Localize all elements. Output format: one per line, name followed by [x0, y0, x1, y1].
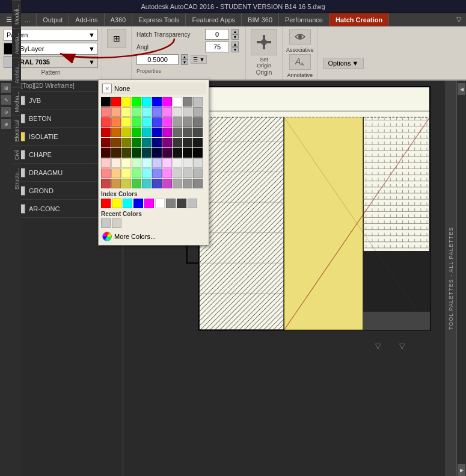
color-cell[interactable]	[162, 158, 172, 168]
scale-up[interactable]: ▲	[181, 54, 188, 60]
color-cell[interactable]	[162, 168, 172, 178]
tab-output[interactable]: Output	[37, 13, 69, 26]
side-tab-5[interactable]: Civil	[12, 146, 21, 164]
color-cell[interactable]	[152, 97, 162, 107]
transparency-up[interactable]: ▲	[231, 29, 239, 34]
sidebar-icon-2[interactable]: ✎	[1, 95, 11, 105]
minimize-icon[interactable]: ▽	[456, 16, 461, 23]
side-tab-2[interactable]: Archite...	[12, 58, 21, 87]
color-cell[interactable]	[152, 117, 162, 127]
set-origin-btn[interactable]	[251, 29, 277, 55]
bylayer-dropdown[interactable]: ByLayer ▼	[17, 43, 98, 55]
tab-hatchcreation[interactable]: Hatch Creation	[330, 13, 389, 26]
color-cell[interactable]	[152, 107, 162, 117]
color-cell[interactable]	[173, 168, 182, 178]
color-cell[interactable]	[111, 107, 121, 117]
angle-input[interactable]	[205, 42, 229, 52]
ral-dropdown[interactable]: RAL 7035 ▼	[17, 56, 98, 68]
index-color-cell[interactable]	[101, 199, 111, 208]
color-cell[interactable]	[111, 158, 121, 168]
color-cell[interactable]	[162, 148, 172, 158]
color-cell[interactable]	[101, 107, 111, 117]
index-color-cell[interactable]	[144, 199, 154, 208]
color-cell[interactable]	[162, 179, 172, 188]
index-color-cell[interactable]	[177, 199, 186, 208]
color-cell[interactable]	[121, 107, 131, 117]
transparency-input[interactable]	[205, 29, 229, 40]
color-cell[interactable]	[121, 117, 131, 127]
color-cell[interactable]	[101, 168, 111, 178]
tab-expresstools[interactable]: Express Tools	[132, 13, 186, 26]
color-cell[interactable]	[101, 148, 111, 158]
color-cell[interactable]	[162, 138, 172, 147]
index-color-cell[interactable]	[133, 199, 143, 208]
color-cell[interactable]	[101, 158, 111, 168]
more-colors-row[interactable]: More Colors...	[101, 230, 206, 243]
none-option[interactable]: ✕ None	[101, 82, 206, 94]
color-cell[interactable]	[162, 117, 172, 127]
index-color-cell[interactable]	[123, 199, 132, 208]
color-cell[interactable]	[173, 138, 182, 147]
color-cell[interactable]	[173, 128, 182, 137]
color-cell[interactable]	[101, 138, 111, 147]
color-cell[interactable]	[152, 128, 162, 137]
color-cell[interactable]	[183, 107, 192, 117]
color-cell[interactable]	[193, 148, 203, 158]
color-cell[interactable]	[101, 117, 111, 127]
color-cell[interactable]	[142, 97, 152, 107]
color-cell[interactable]	[183, 179, 192, 188]
color-cell[interactable]	[183, 128, 192, 137]
color-cell[interactable]	[101, 97, 111, 107]
color-cell[interactable]	[121, 148, 131, 158]
side-tab-6[interactable]: Structu...	[12, 164, 21, 193]
color-cell[interactable]	[162, 128, 172, 137]
color-cell[interactable]	[132, 158, 141, 168]
sidebar-icon-1[interactable]: ⊞	[1, 83, 11, 93]
color-cell[interactable]	[193, 97, 203, 107]
color-cell[interactable]	[111, 179, 121, 188]
color-cell[interactable]	[193, 128, 203, 137]
color-cell[interactable]	[193, 107, 203, 117]
color-cell[interactable]	[111, 148, 121, 158]
index-color-cell[interactable]	[155, 199, 165, 208]
side-tab-4[interactable]: Electrical	[12, 116, 21, 146]
color-cell[interactable]	[132, 128, 141, 137]
side-tab-3[interactable]: Mecha...	[12, 87, 21, 116]
color-cell[interactable]	[183, 97, 192, 107]
color-cell[interactable]	[193, 138, 203, 147]
color-cell[interactable]	[121, 128, 131, 137]
color-cell[interactable]	[142, 168, 152, 178]
color-cell[interactable]	[132, 97, 141, 107]
color-cell[interactable]	[132, 148, 141, 158]
chevron-up-btn[interactable]: ◀	[458, 83, 465, 95]
color-cell[interactable]	[111, 128, 121, 137]
color-cell[interactable]	[173, 97, 182, 107]
color-cell[interactable]	[142, 179, 152, 188]
color-cell[interactable]	[111, 138, 121, 147]
color-cell[interactable]	[173, 179, 182, 188]
color-cell[interactable]	[111, 117, 121, 127]
tab-addins[interactable]: Add-ins	[69, 13, 104, 26]
color-cell[interactable]	[121, 97, 131, 107]
color-cell[interactable]	[193, 179, 203, 188]
tab-manage[interactable]: ...	[19, 13, 37, 26]
tab-a360[interactable]: A360	[105, 13, 133, 26]
color-cell[interactable]	[152, 138, 162, 147]
color-cell[interactable]	[173, 117, 182, 127]
color-cell[interactable]	[173, 158, 182, 168]
color-cell[interactable]	[193, 117, 203, 127]
recent-color-cell[interactable]	[101, 218, 111, 228]
color-cell[interactable]	[142, 107, 152, 117]
color-cell[interactable]	[142, 128, 152, 137]
color-cell[interactable]	[142, 117, 152, 127]
fill-icon[interactable]: ⊞	[107, 29, 126, 48]
color-cell[interactable]	[152, 168, 162, 178]
color-cell[interactable]	[132, 117, 141, 127]
angle-up[interactable]: ▲	[231, 42, 239, 47]
color-cell[interactable]	[193, 158, 203, 168]
color-cell[interactable]	[132, 138, 141, 147]
color-cell[interactable]	[162, 97, 172, 107]
color-cell[interactable]	[111, 97, 121, 107]
tab-performance[interactable]: Performance	[279, 13, 330, 26]
color-cell[interactable]	[183, 158, 192, 168]
